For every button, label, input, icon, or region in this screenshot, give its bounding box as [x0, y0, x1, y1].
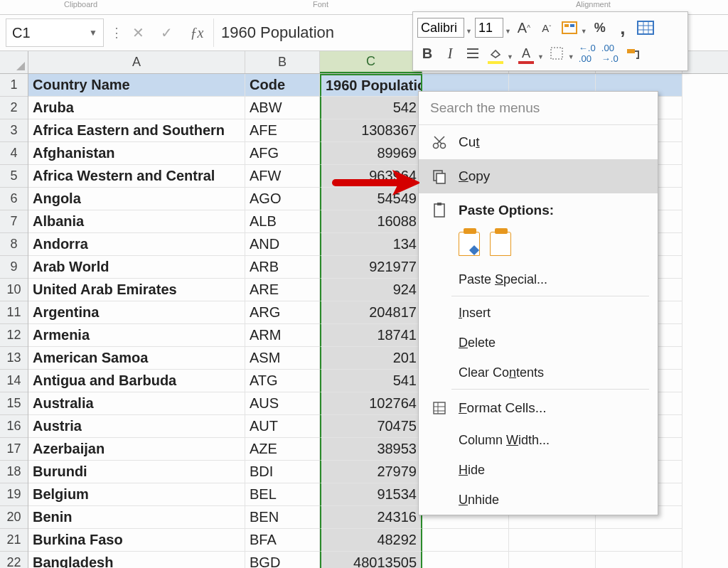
cell[interactable]: Antigua and Barbuda [28, 370, 245, 392]
row-header[interactable]: 6 [0, 188, 28, 210]
cell[interactable]: Belgium [28, 483, 245, 506]
menu-hide[interactable]: Hide [419, 455, 658, 485]
cell[interactable]: ARE [245, 279, 320, 301]
row-header[interactable]: 5 [0, 165, 28, 188]
cell[interactable]: Aruba [28, 97, 245, 119]
paste-option-values[interactable] [490, 232, 511, 256]
cell[interactable]: 921977 [320, 256, 422, 279]
row-header[interactable]: 11 [0, 301, 28, 324]
cell[interactable]: Armenia [28, 324, 245, 347]
cell[interactable]: 963964 [320, 165, 422, 188]
cell[interactable]: AFE [245, 119, 320, 142]
row-header[interactable]: 3 [0, 119, 28, 142]
cell[interactable] [509, 529, 596, 552]
name-box[interactable]: C1 ▼ [6, 18, 104, 47]
cell[interactable]: Africa Eastern and Southern [28, 119, 245, 142]
menu-column-width[interactable]: Column Width... [419, 425, 658, 455]
chevron-down-icon[interactable]: ▼ [466, 21, 472, 35]
cell[interactable]: AFG [245, 142, 320, 165]
enter-icon[interactable]: ✓ [152, 24, 181, 41]
row-header[interactable]: 10 [0, 279, 28, 301]
cell[interactable]: 48013505 [320, 552, 422, 568]
cell[interactable]: ARB [245, 256, 320, 279]
cell[interactable]: AUT [245, 415, 320, 438]
cell[interactable]: BEL [245, 483, 320, 506]
menu-delete[interactable]: Delete [419, 328, 658, 358]
comma-icon[interactable]: , [613, 17, 633, 38]
cell[interactable]: 1308367 [320, 119, 422, 142]
cell[interactable]: 48292 [320, 529, 422, 552]
cell[interactable]: Albania [28, 210, 245, 233]
percent-icon[interactable]: % [590, 17, 610, 38]
row-header[interactable]: 1 [0, 74, 28, 97]
font-color-button[interactable]: A [516, 43, 536, 64]
row-header[interactable]: 16 [0, 415, 28, 438]
cell[interactable]: American Samoa [28, 347, 245, 370]
font-name-select[interactable] [417, 18, 464, 38]
font-size-select[interactable] [475, 18, 503, 38]
cell[interactable]: ABW [245, 97, 320, 119]
cell[interactable]: 70475 [320, 415, 422, 438]
cell[interactable]: United Arab Emirates [28, 279, 245, 301]
cell[interactable]: 18741 [320, 324, 422, 347]
cell[interactable]: 27979 [320, 461, 422, 483]
menu-copy[interactable]: Copy [419, 159, 658, 193]
fx-button[interactable]: ƒx [181, 18, 213, 47]
decrease-font-icon[interactable]: Aˇ [537, 17, 557, 38]
chevron-down-icon[interactable]: ▼ [537, 46, 544, 60]
cell[interactable]: Africa Western and Central [28, 165, 245, 188]
cell[interactable]: BGD [245, 552, 320, 568]
row-header[interactable]: 4 [0, 142, 28, 165]
cell[interactable]: Burundi [28, 461, 245, 483]
cell[interactable]: 91534 [320, 483, 422, 506]
align-icon[interactable] [463, 43, 483, 64]
row-header[interactable]: 22 [0, 552, 28, 568]
row-header[interactable]: 12 [0, 324, 28, 347]
paste-option-default[interactable] [459, 232, 480, 256]
row-header[interactable]: 7 [0, 210, 28, 233]
cell[interactable] [596, 552, 682, 568]
row-header[interactable]: 20 [0, 506, 28, 529]
cell[interactable]: ARG [245, 301, 320, 324]
row-header[interactable]: 15 [0, 392, 28, 415]
cell[interactable] [422, 552, 509, 568]
menu-clear-contents[interactable]: Clear Contents [419, 358, 658, 387]
cell[interactable]: ALB [245, 210, 320, 233]
col-header-b[interactable]: B [245, 51, 320, 73]
cell[interactable]: 134 [320, 233, 422, 256]
cell[interactable]: 541 [320, 370, 422, 392]
menu-paste-special[interactable]: Paste Special... [419, 264, 658, 294]
chevron-down-icon[interactable]: ▼ [581, 21, 587, 35]
cell[interactable]: ASM [245, 347, 320, 370]
row-header[interactable]: 17 [0, 438, 28, 461]
vertical-dots-icon[interactable]: ⋮ [109, 18, 124, 47]
cell[interactable] [509, 552, 596, 568]
cell[interactable]: Angola [28, 188, 245, 210]
conditional-format-icon[interactable] [560, 17, 579, 38]
cell[interactable]: 201 [320, 347, 422, 370]
cell[interactable]: BEN [245, 506, 320, 529]
borders-button[interactable] [547, 43, 567, 64]
cell[interactable]: 924 [320, 279, 422, 301]
cell[interactable]: AFW [245, 165, 320, 188]
select-all-corner[interactable] [0, 51, 28, 74]
chevron-down-icon[interactable]: ▼ [505, 21, 511, 35]
chevron-down-icon[interactable]: ▼ [507, 46, 513, 60]
row-header[interactable]: 21 [0, 529, 28, 552]
cell[interactable]: Code [245, 74, 320, 97]
cell[interactable]: 16088 [320, 210, 422, 233]
cell[interactable]: Bangladesh [28, 552, 245, 568]
cell[interactable]: ARM [245, 324, 320, 347]
cell[interactable]: Burkina Faso [28, 529, 245, 552]
chevron-down-icon[interactable]: ▼ [568, 46, 574, 60]
row-header[interactable]: 14 [0, 370, 28, 392]
italic-button[interactable]: I [440, 43, 460, 64]
cell[interactable] [422, 529, 509, 552]
increase-decimal-icon[interactable]: .00→.0 [600, 43, 620, 64]
row-header[interactable]: 2 [0, 97, 28, 119]
cell[interactable]: Azerbaijan [28, 438, 245, 461]
row-header[interactable]: 19 [0, 483, 28, 506]
cell[interactable]: Austria [28, 415, 245, 438]
row-header[interactable]: 13 [0, 347, 28, 370]
bold-button[interactable]: B [417, 43, 437, 64]
